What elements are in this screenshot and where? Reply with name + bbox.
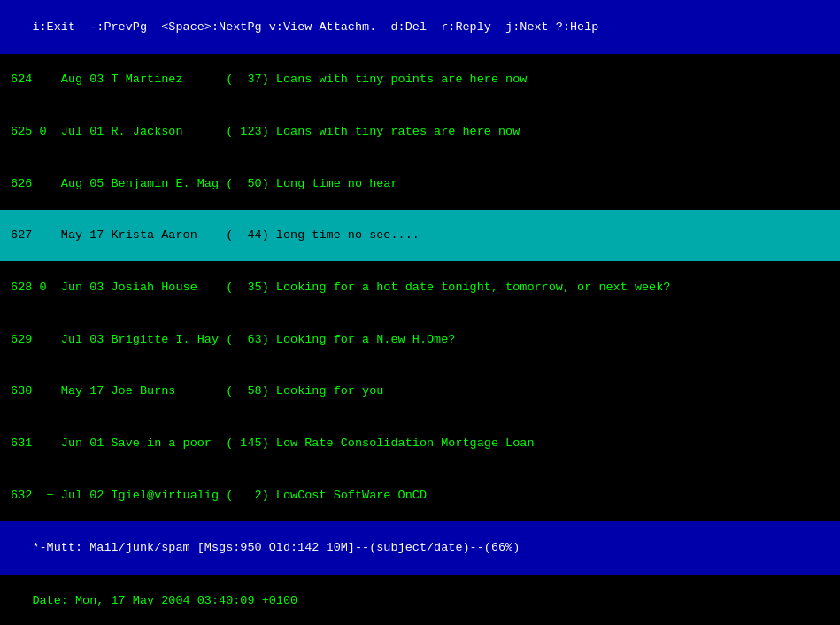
email-row-626[interactable]: 626 Aug 05 Benjamin E. Mag ( 50) Long ti… — [0, 158, 840, 210]
email-row-624[interactable]: 624 Aug 03 T Martinez ( 37) Loans with t… — [0, 54, 840, 106]
terminal: i:Exit -:PrevPg <Space>:NextPg v:View At… — [0, 0, 840, 625]
top-bar: i:Exit -:PrevPg <Space>:NextPg v:View At… — [0, 0, 840, 54]
email-row-630-text: 630 May 17 Joe Burns ( 58) Looking for y… — [4, 384, 383, 397]
email-row-627[interactable]: 627 May 17 Krista Aaron ( 44) long time … — [0, 210, 840, 262]
email-row-630[interactable]: 630 May 17 Joe Burns ( 58) Looking for y… — [0, 366, 840, 418]
email-row-632[interactable]: 632 + Jul 02 Igiel@virtualig ( 2) LowCos… — [0, 469, 840, 521]
email-row-631-text: 631 Jun 01 Save in a poor ( 145) Low Rat… — [4, 436, 535, 450]
email-row-625[interactable]: 625 0 Jul 01 R. Jackson ( 123) Loans wit… — [0, 105, 840, 158]
email-row-629-text: 629 Jul 03 Brigitte I. Hay ( 63) Looking… — [4, 333, 455, 346]
email-row-632-text: 632 + Jul 02 Igiel@virtualig ( 2) LowCos… — [4, 489, 427, 502]
email-row-628[interactable]: 628 0 Jun 03 Josiah House ( 35) Looking … — [0, 261, 840, 313]
email-date: Date: Mon, 17 May 2004 03:40:09 +0100 — [0, 575, 840, 625]
email-row-629[interactable]: 629 Jul 03 Brigitte I. Hay ( 63) Looking… — [0, 313, 840, 366]
top-bar-label: i:Exit -:PrevPg <Space>:NextPg v:View At… — [32, 20, 598, 34]
email-row-625-text: 625 0 Jul 01 R. Jackson ( 123) Loans wit… — [4, 125, 520, 138]
email-row-628-text: 628 0 Jun 03 Josiah House ( 35) Looking … — [4, 281, 670, 294]
email-row-626-text: 626 Aug 05 Benjamin E. Mag ( 50) Long ti… — [4, 177, 398, 190]
email-row-627-text: 627 May 17 Krista Aaron ( 44) long time … — [4, 228, 420, 242]
status-bar: *-Mutt: Mail/junk/spam [Msgs:950 Old:142… — [0, 521, 840, 575]
email-list: 624 Aug 03 T Martinez ( 37) Loans with t… — [0, 54, 840, 521]
email-row-631[interactable]: 631 Jun 01 Save in a poor ( 145) Low Rat… — [0, 418, 840, 470]
status-bar-label: *-Mutt: Mail/junk/spam [Msgs:950 Old:142… — [32, 541, 520, 554]
email-row-624-text: 624 Aug 03 T Martinez ( 37) Loans with t… — [4, 73, 527, 86]
